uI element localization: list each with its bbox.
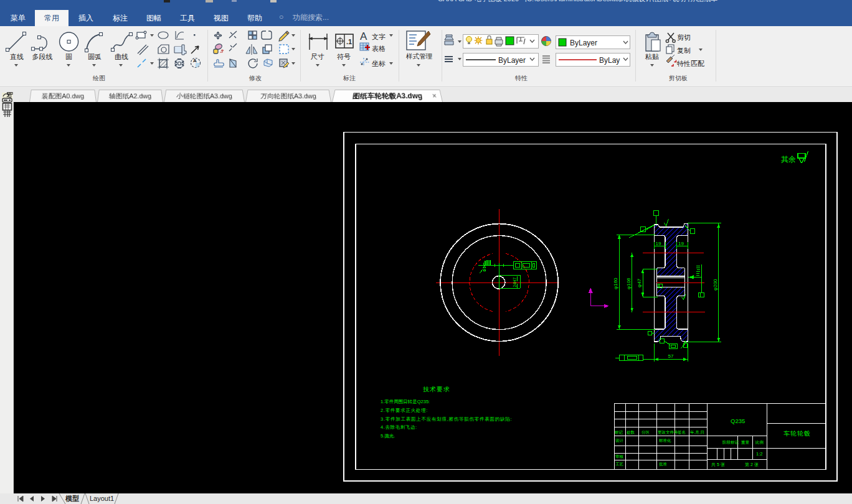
svg-text:批准: 批准 bbox=[659, 462, 668, 467]
svg-text:φ200: φ200 bbox=[712, 279, 718, 291]
svg-text:24H7: 24H7 bbox=[513, 278, 517, 287]
svg-text:阶段标记: 阶段标记 bbox=[722, 440, 739, 445]
svg-text:19: 19 bbox=[656, 241, 661, 246]
svg-text:5.抛光.: 5.抛光. bbox=[381, 433, 395, 439]
svg-text:审核: 审核 bbox=[615, 454, 624, 459]
svg-text:A: A bbox=[360, 30, 367, 42]
svg-text:φ47: φ47 bbox=[637, 278, 642, 287]
svg-text:处数: 处数 bbox=[627, 430, 635, 435]
svg-text:比例: 比例 bbox=[755, 440, 764, 445]
svg-text:标记: 标记 bbox=[614, 430, 623, 435]
svg-text:φ160: φ160 bbox=[613, 278, 618, 289]
svg-text:.1: .1 bbox=[346, 38, 352, 45]
svg-text:ByLayer: ByLayer bbox=[570, 39, 597, 47]
svg-text:车轮轮毂: 车轮轮毂 bbox=[783, 430, 811, 437]
svg-text:设计: 设计 bbox=[615, 438, 624, 442]
svg-text:其余: 其余 bbox=[781, 155, 796, 164]
svg-text:重量: 重量 bbox=[741, 440, 750, 444]
svg-text:3.零件加工表面上不应有划痕,擦伤等损伤零件表面的缺陷:: 3.零件加工表面上不应有划痕,擦伤等损伤零件表面的缺陷: bbox=[381, 416, 512, 422]
svg-text:技术要求: 技术要求 bbox=[423, 386, 450, 393]
svg-text:第 2 张: 第 2 张 bbox=[745, 462, 759, 467]
svg-text:签名: 签名 bbox=[678, 430, 686, 435]
svg-text:Q235: Q235 bbox=[731, 418, 745, 424]
svg-text:共 5 张: 共 5 张 bbox=[711, 462, 725, 467]
svg-text:分区: 分区 bbox=[641, 430, 650, 434]
svg-text:工艺: 工艺 bbox=[615, 462, 624, 466]
svg-text:φ106: φ106 bbox=[626, 278, 632, 289]
svg-text:57: 57 bbox=[668, 353, 674, 359]
svg-text:19: 19 bbox=[678, 241, 684, 246]
svg-text:1.零件周围目转是Q235:: 1.零件周围目转是Q235: bbox=[381, 399, 430, 404]
svg-text:A: A bbox=[193, 58, 197, 63]
svg-text:ByLay: ByLay bbox=[599, 56, 620, 65]
svg-text:更改文件号: 更改文件号 bbox=[658, 430, 678, 435]
svg-text:2.零件要求正火处理:: 2.零件要求正火处理: bbox=[381, 408, 428, 413]
svg-text:1:2: 1:2 bbox=[756, 451, 762, 457]
svg-text:4.去除毛刺飞边:: 4.去除毛刺飞边: bbox=[381, 424, 417, 430]
svg-text:年.月.日: 年.月.日 bbox=[690, 430, 704, 435]
svg-text:标准化: 标准化 bbox=[658, 438, 671, 443]
svg-text:ByLayer: ByLayer bbox=[498, 56, 526, 65]
